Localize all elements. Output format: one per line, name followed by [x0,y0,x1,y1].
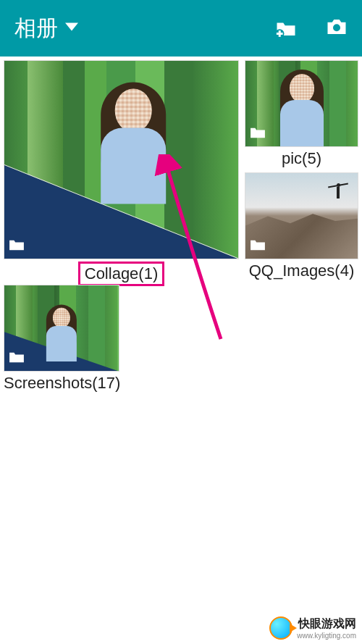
album-label: pic(5) [245,149,358,168]
album-label: Collage(1) [4,262,239,286]
folder-icon [250,126,266,142]
highlight-annotation: Collage(1) [78,262,165,286]
album-qq-images[interactable]: QQ_Images(4) [245,172,358,280]
album-thumbnail [245,60,358,147]
album-grid: Collage(1) pic(5) [0,57,362,64]
watermark-title: 快眼游戏网 [297,616,356,632]
header-actions [275,17,348,39]
album-label: Screenshots(17) [4,374,119,393]
folder-icon [9,351,25,367]
album-thumbnail [245,172,358,259]
folder-icon [250,238,266,254]
album-thumbnail [4,60,239,259]
svg-rect-2 [277,33,283,35]
app-title: 相册 [14,14,58,43]
camera-icon[interactable] [326,17,348,39]
album-thumbnail [4,285,119,372]
watermark-url: www.kyligting.com [297,632,356,640]
album-pic[interactable]: pic(5) [245,60,358,168]
svg-point-3 [333,24,340,31]
album-collage[interactable]: Collage(1) [4,60,239,286]
app-header: 相册 [0,0,362,57]
album-label: QQ_Images(4) [245,262,358,280]
album-screenshots[interactable]: Screenshots(17) [4,285,119,393]
watermark: 快眼游戏网 www.kyligting.com [269,616,356,640]
new-folder-icon[interactable] [275,19,297,38]
dropdown-icon [65,20,78,36]
watermark-logo-icon [269,616,292,640]
folder-icon [9,238,25,254]
title-dropdown[interactable]: 相册 [14,14,275,43]
